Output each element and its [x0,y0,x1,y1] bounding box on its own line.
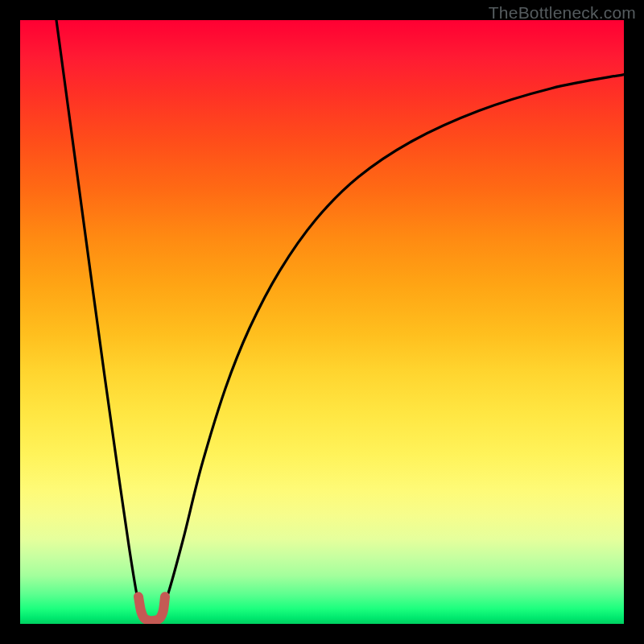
chart-stage: TheBottleneck.com [0,0,644,644]
curve-left-branch [56,20,144,615]
watermark-text: TheBottleneck.com [489,3,636,23]
valley-u-marker [138,597,165,621]
plot-area [20,20,624,624]
curve-layer [20,20,624,624]
curve-right-branch [159,75,625,615]
